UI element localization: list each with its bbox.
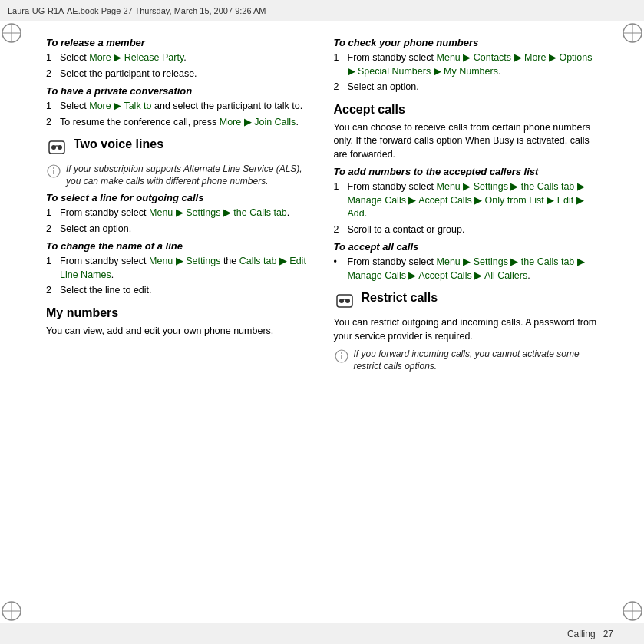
left-column: To release a member 1 Select More ▶ Rele…	[46, 37, 311, 607]
corner-br	[621, 599, 644, 623]
release-heading: To release a member	[46, 37, 311, 48]
restrict-icon	[334, 290, 355, 312]
two-voice-icon	[46, 137, 68, 158]
private-heading: To have a private conversation	[46, 85, 311, 97]
two-voice-note: If your subscription supports Alternate …	[66, 163, 311, 187]
tip-icon	[46, 163, 61, 179]
accept-calls-title: Accept calls	[334, 102, 405, 117]
check-numbers-item-1: 1 From standby select Menu ▶ Contacts ▶ …	[334, 51, 599, 78]
restrict-calls-para: You can restrict outgoing and incoming c…	[334, 316, 599, 343]
my-numbers-title: My numbers	[46, 305, 118, 320]
my-numbers-section: My numbers	[46, 305, 311, 320]
accept-calls-section: Accept calls	[334, 102, 599, 117]
two-voice-title: Two voice lines	[74, 137, 163, 151]
restrict-note-row: If you forward incoming calls, you canno…	[334, 348, 599, 372]
corner-tr	[621, 21, 644, 45]
accept-all-heading: To accept all calls	[334, 241, 599, 253]
footer-label: Calling	[567, 629, 596, 639]
add-numbers-item-1: 1 From standby select Menu ▶ Settings ▶ …	[334, 180, 599, 221]
outgoing-heading: To select a line for outgoing calls	[46, 192, 311, 203]
accept-calls-para: You can choose to receive calls from cer…	[334, 121, 599, 162]
release-item-1: 1 Select More ▶ Release Party.	[46, 51, 311, 65]
restrict-note: If you forward incoming calls, you canno…	[354, 348, 599, 372]
change-line-heading: To change the name of a line	[46, 240, 311, 252]
svg-point-17	[53, 167, 54, 169]
corner-bl	[0, 599, 23, 623]
change-line-item-2: 2 Select the line to edit.	[46, 284, 311, 298]
add-numbers-heading: To add numbers to the accepted callers l…	[334, 166, 599, 177]
accept-all-item: • From standby select Menu ▶ Settings ▶ …	[334, 256, 599, 282]
header-bar: Laura-UG-R1A-AE.book Page 27 Thursday, M…	[0, 0, 644, 21]
main-content: To release a member 1 Select More ▶ Rele…	[23, 21, 621, 623]
outgoing-item-1: 1 From standby select Menu ▶ Settings ▶ …	[46, 206, 311, 220]
two-voice-section: Two voice lines	[46, 137, 311, 158]
restrict-calls-section: Restrict calls	[334, 290, 599, 312]
corner-tl	[0, 21, 23, 45]
tip-icon-2	[334, 348, 349, 364]
change-line-item-1: 1 From standby select Menu ▶ Settings th…	[46, 255, 311, 282]
header-text: Laura-UG-R1A-AE.book Page 27 Thursday, M…	[8, 6, 266, 15]
private-item-2: 2 To resume the conference call, press M…	[46, 116, 311, 130]
right-column: To check your phone numbers 1 From stand…	[334, 37, 599, 607]
svg-point-23	[341, 352, 342, 354]
two-voice-note-row: If your subscription supports Alternate …	[46, 163, 311, 187]
footer-page: 27	[603, 629, 613, 639]
outgoing-item-2: 2 Select an option.	[46, 223, 311, 236]
check-numbers-heading: To check your phone numbers	[334, 37, 599, 48]
check-numbers-item-2: 2 Select an option.	[334, 81, 599, 94]
add-numbers-item-2: 2 Scroll to a contact or group.	[334, 223, 599, 237]
my-numbers-para: You can view, add and edit your own phon…	[46, 325, 311, 339]
private-item-1: 1 Select More ▶ Talk to and select the p…	[46, 100, 311, 114]
release-item-2: 2 Select the participant to release.	[46, 68, 311, 81]
footer-bar: Calling 27	[0, 623, 644, 644]
restrict-calls-title: Restrict calls	[362, 290, 438, 305]
